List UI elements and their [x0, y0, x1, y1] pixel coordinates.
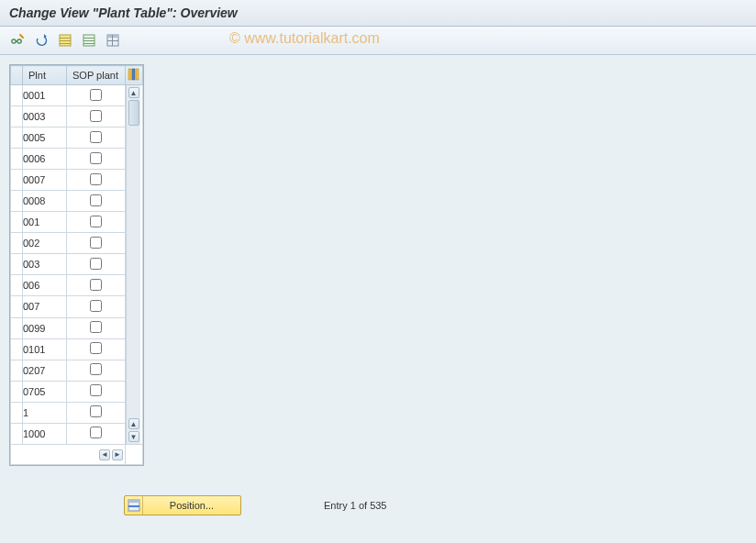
row-selector[interactable] [11, 149, 23, 170]
sop-checkbox[interactable] [90, 237, 102, 249]
svg-line-3 [20, 35, 23, 38]
row-selector[interactable] [11, 170, 23, 191]
sop-cell [67, 212, 126, 233]
svg-rect-21 [128, 500, 139, 503]
table-settings-button[interactable] [103, 30, 123, 50]
row-selector[interactable] [11, 360, 23, 381]
plnt-cell[interactable]: 0008 [23, 191, 67, 212]
sop-checkbox[interactable] [90, 363, 102, 375]
row-selector[interactable] [11, 233, 23, 254]
plnt-cell[interactable]: 0099 [23, 317, 67, 338]
change-display-toggle[interactable] [7, 30, 28, 50]
hscroll-left-button[interactable]: ◄ [99, 449, 110, 460]
sop-checkbox[interactable] [90, 300, 102, 312]
plnt-cell[interactable]: 0007 [23, 170, 67, 191]
sop-checkbox[interactable] [90, 152, 102, 164]
svg-rect-22 [128, 505, 139, 507]
select-all-icon [58, 33, 72, 48]
sop-cell [67, 317, 126, 338]
plnt-cell[interactable]: 006 [23, 275, 67, 296]
sop-checkbox[interactable] [90, 131, 102, 143]
row-selector[interactable] [11, 127, 23, 149]
table-row: 1 [11, 402, 143, 423]
sop-checkbox[interactable] [90, 110, 102, 122]
row-selector[interactable] [11, 106, 23, 127]
table-row: 0207 [11, 360, 143, 381]
select-all-button[interactable] [55, 30, 75, 50]
sop-checkbox[interactable] [90, 384, 102, 396]
sop-checkbox[interactable] [90, 279, 102, 291]
svg-rect-6 [60, 38, 71, 39]
plnt-cell[interactable]: 0003 [23, 106, 67, 127]
deselect-all-button[interactable] [79, 30, 99, 50]
row-selector[interactable] [11, 338, 23, 360]
table-row: 0101 [11, 338, 143, 360]
sop-checkbox[interactable] [90, 89, 102, 101]
sop-checkbox[interactable] [90, 216, 102, 227]
row-selector[interactable] [11, 296, 23, 317]
sop-checkbox[interactable] [90, 258, 102, 270]
plnt-cell[interactable]: 0705 [23, 381, 67, 402]
hscroll-right-button[interactable]: ► [112, 449, 123, 460]
sop-cell [67, 275, 126, 296]
plnt-cell[interactable]: 007 [23, 296, 67, 317]
sop-cell [67, 106, 126, 127]
deselect-all-icon [82, 33, 96, 48]
sop-checkbox[interactable] [90, 173, 102, 185]
table-config-header[interactable] [126, 66, 143, 85]
plnt-cell[interactable]: 0101 [23, 338, 67, 360]
sop-checkbox[interactable] [90, 405, 102, 417]
vscroll-thumb[interactable] [128, 100, 139, 126]
vscroll-page-up-button[interactable]: ▲ [128, 418, 139, 429]
table-row: 0099 [11, 317, 143, 338]
vscroll-down-button[interactable]: ▼ [128, 431, 139, 442]
undo-change[interactable] [31, 30, 51, 50]
plnt-cell[interactable]: 1000 [23, 423, 67, 444]
row-selector[interactable] [11, 254, 23, 275]
sop-cell [67, 423, 126, 444]
row-selector[interactable] [11, 191, 23, 212]
vscroll-up-button[interactable]: ▲ [128, 87, 139, 98]
plnt-cell[interactable]: 002 [23, 233, 67, 254]
sop-checkbox[interactable] [90, 194, 102, 206]
row-selector[interactable] [11, 212, 23, 233]
table-row: 0003 [11, 106, 143, 127]
plnt-cell[interactable]: 0005 [23, 127, 67, 149]
sop-checkbox[interactable] [90, 321, 102, 333]
row-selector[interactable] [11, 317, 23, 338]
plnt-cell[interactable]: 1 [23, 402, 67, 423]
plnt-cell[interactable]: 003 [23, 254, 67, 275]
table-row: 0705 [11, 381, 143, 402]
table-row: 0007 [11, 170, 143, 191]
plnt-cell[interactable]: 001 [23, 212, 67, 233]
plnt-column-header[interactable]: Plnt [23, 66, 67, 85]
row-selector[interactable] [11, 275, 23, 296]
sop-checkbox[interactable] [90, 427, 102, 438]
row-selector[interactable] [11, 402, 23, 423]
svg-marker-4 [44, 34, 47, 37]
svg-rect-7 [60, 40, 71, 41]
plnt-cell[interactable]: 0001 [23, 85, 67, 106]
row-selector[interactable] [11, 381, 23, 402]
table-config-icon [128, 68, 140, 81]
plant-table: Plnt SOP plant 0001▲▲▼000300050006000700… [10, 65, 143, 465]
sop-cell [67, 149, 126, 170]
table-row: 002 [11, 233, 143, 254]
sop-cell [67, 85, 126, 106]
position-button-label: Position... [143, 500, 240, 511]
sop-checkbox[interactable] [90, 342, 102, 354]
table-row: 0006 [11, 149, 143, 170]
scroll-corner [126, 445, 143, 465]
plnt-cell[interactable]: 0207 [23, 360, 67, 381]
row-selector[interactable] [11, 423, 23, 444]
row-selector-header[interactable] [11, 66, 23, 85]
svg-rect-8 [60, 43, 71, 44]
row-selector[interactable] [11, 85, 23, 106]
table-row: 1000 [11, 423, 143, 444]
sop-column-header[interactable]: SOP plant [67, 66, 126, 85]
glasses-pencil-icon [10, 33, 25, 48]
plnt-cell[interactable]: 0006 [23, 149, 67, 170]
undo-arrow-icon [34, 33, 49, 48]
position-button[interactable]: Position... [124, 495, 241, 515]
sop-cell [67, 402, 126, 423]
